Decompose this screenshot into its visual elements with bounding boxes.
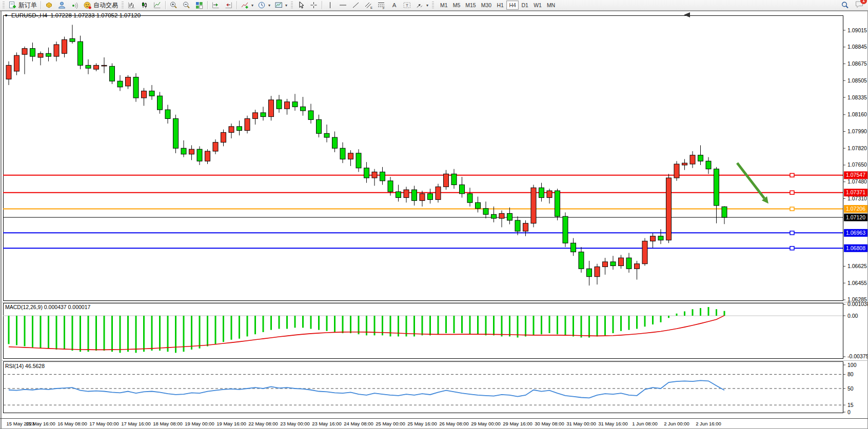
chevron-down-icon: ▾ xyxy=(426,3,428,8)
date-axis-label: 2 Jun 16:00 xyxy=(696,421,721,426)
toolbar-grip[interactable] xyxy=(291,2,293,9)
chart-canvas[interactable]: 1.090151.088451.086751.085051.083351.081… xyxy=(0,11,868,429)
candle-bear xyxy=(324,133,329,137)
toolbar-separator xyxy=(322,1,322,9)
cursor-tool-button[interactable] xyxy=(294,1,307,10)
date-axis-label: 24 May 08:00 xyxy=(344,421,373,426)
toolbar-grip[interactable] xyxy=(432,2,434,9)
line-chart-button[interactable] xyxy=(151,1,164,10)
candlestick-chart-button[interactable] xyxy=(138,1,151,10)
market-button[interactable] xyxy=(43,1,55,10)
notification-badge: 1 xyxy=(860,0,867,4)
candle-bear xyxy=(332,137,338,148)
rsi-tick-label: 50 xyxy=(847,385,854,392)
timeframe-m30[interactable]: M30 xyxy=(479,1,494,10)
notifications-button[interactable]: 1 xyxy=(855,0,864,10)
macd-indicator-label: MACD(12,26,9) 0.000437 0.000017 xyxy=(5,304,90,310)
auto-scroll-icon xyxy=(211,1,220,9)
zoom-out-button[interactable] xyxy=(180,1,193,10)
date-axis-label: 18 May 08:00 xyxy=(153,421,183,426)
line-handle[interactable] xyxy=(790,247,794,250)
candle-bull xyxy=(619,258,624,265)
toolbar-grip[interactable] xyxy=(3,2,5,9)
trendline-tool-button[interactable] xyxy=(349,1,362,10)
tile-windows-button[interactable] xyxy=(193,1,206,10)
chevron-down-icon: ▾ xyxy=(251,3,253,8)
toolbar-right: 1 xyxy=(839,0,867,10)
line-handle[interactable] xyxy=(790,207,794,211)
toolbar-separator xyxy=(236,1,237,9)
timeframe-m1[interactable]: M1 xyxy=(438,1,450,10)
line-handle[interactable] xyxy=(790,173,794,177)
indicators-button[interactable]: ▾ xyxy=(239,1,255,10)
arrows-tool-button[interactable]: ▾ xyxy=(413,1,430,10)
signals-button[interactable] xyxy=(55,1,68,10)
candle-bull xyxy=(682,163,687,165)
horizontal-line-tool-button[interactable] xyxy=(337,1,349,10)
tile-windows-icon xyxy=(195,1,204,9)
candle-bull xyxy=(372,172,377,178)
candle-bear xyxy=(698,155,703,161)
candle-bull xyxy=(523,223,528,231)
candle-bear xyxy=(388,181,393,192)
timeframe-h1[interactable]: H1 xyxy=(494,1,506,10)
timeframe-w1[interactable]: W1 xyxy=(531,1,544,10)
text-label-icon: T xyxy=(403,1,411,9)
text-label-tool-button[interactable]: T xyxy=(401,1,413,10)
candle-bear xyxy=(78,42,83,65)
candle-bull xyxy=(444,174,449,187)
fibonacci-tool-button[interactable]: F xyxy=(375,1,388,10)
autotrading-button[interactable]: 自动交易 xyxy=(81,1,120,10)
vps-button[interactable] xyxy=(68,1,81,10)
candle-bear xyxy=(30,49,35,56)
text-tool-button[interactable]: A xyxy=(388,1,401,10)
candle-bull xyxy=(420,194,425,200)
candle-bull xyxy=(635,264,640,269)
candle-bear xyxy=(308,111,313,119)
candle-bull xyxy=(102,65,107,66)
trendline-icon xyxy=(351,1,360,9)
crosshair-tool-button[interactable] xyxy=(307,1,320,10)
vertical-line-icon xyxy=(326,1,334,9)
channel-tool-button[interactable]: E xyxy=(362,1,375,10)
timeframe-m15[interactable]: M15 xyxy=(463,1,478,10)
timeframe-m5[interactable]: M5 xyxy=(450,1,463,10)
timeframe-d1[interactable]: D1 xyxy=(519,1,531,10)
zoom-in-icon xyxy=(169,1,178,9)
candle-bull xyxy=(650,236,656,241)
chart-window: 1.090151.088451.086751.085051.083351.081… xyxy=(0,11,868,429)
vertical-line-tool-button[interactable] xyxy=(324,1,337,10)
line-handle[interactable] xyxy=(790,191,794,194)
candle-bear xyxy=(317,119,322,133)
candle-bear xyxy=(714,169,719,206)
candle-bull xyxy=(229,127,234,133)
candle-bear xyxy=(610,262,616,266)
collapse-arrow-icon[interactable]: ▼ xyxy=(4,13,8,18)
candle-bull xyxy=(603,262,608,267)
candle-bull xyxy=(253,113,258,119)
timeframe-h4[interactable]: H4 xyxy=(506,1,519,10)
candle-bull xyxy=(221,132,226,142)
candle-bear xyxy=(133,77,139,98)
periods-button[interactable]: ▾ xyxy=(255,1,272,10)
search-button[interactable] xyxy=(839,1,852,10)
zoom-in-button[interactable] xyxy=(167,1,180,10)
price-tick-label: 1.08505 xyxy=(847,77,867,84)
bar-chart-button[interactable] xyxy=(125,1,138,10)
toolbar-grip[interactable] xyxy=(122,2,124,9)
candle-bear xyxy=(364,168,369,178)
chart-shift-button[interactable] xyxy=(222,1,235,10)
date-axis-label: 31 May 16:00 xyxy=(598,421,628,426)
timeframe-mn[interactable]: MN xyxy=(544,1,558,10)
price-tick-label: 1.07990 xyxy=(847,128,867,134)
new-order-button[interactable]: 新订单 xyxy=(6,1,39,10)
line-handle[interactable] xyxy=(790,231,794,235)
date-axis-label: 17 May 16:00 xyxy=(121,421,151,426)
templates-button[interactable]: ▾ xyxy=(272,1,289,10)
indicators-icon xyxy=(241,1,249,9)
date-axis-label: 29 May 00:00 xyxy=(471,421,501,426)
auto-scroll-button[interactable] xyxy=(209,1,222,10)
candle-bull xyxy=(547,191,552,197)
template-icon xyxy=(274,1,283,9)
person-icon xyxy=(57,1,66,9)
